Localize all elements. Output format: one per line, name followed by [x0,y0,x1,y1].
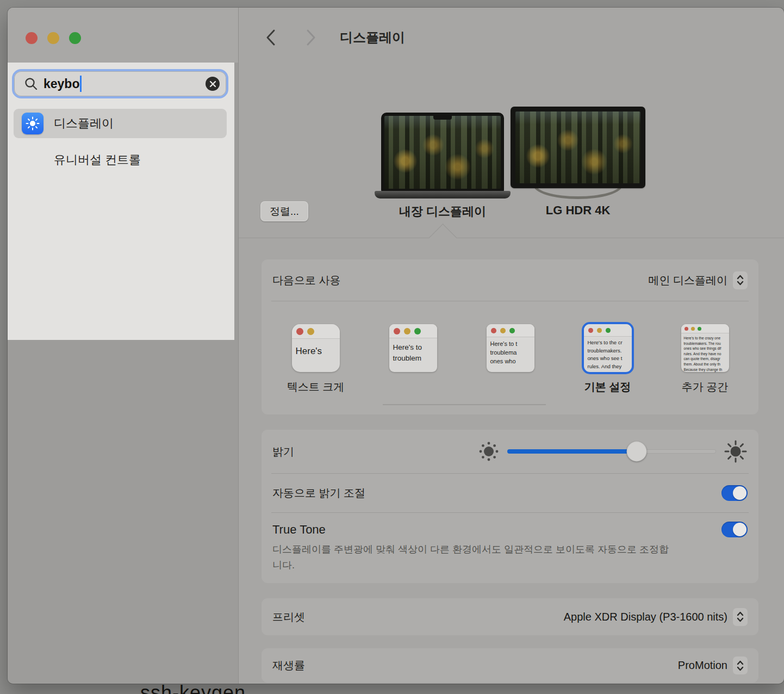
scaling-preview: Here's to the cr troublemakers. ones who… [584,324,632,372]
close-window-button[interactable] [26,32,38,44]
scaling-option-larger-text[interactable]: Here's 텍스트 크게 [267,324,364,393]
use-as-popup-button[interactable] [733,271,748,289]
mini-zoom-icon [606,328,611,333]
mini-close-icon [588,328,593,333]
external-display-label: LG HDR 4K [511,203,645,218]
external-display-preview[interactable] [511,107,645,188]
builtin-display-preview[interactable] [381,113,504,192]
toggle-knob [733,486,746,500]
selected-display-pointer [239,238,784,238]
mini-titlebar [292,324,340,339]
use-as-row: 다음으로 사용 메인 디스플레이 [262,259,758,301]
brightness-bright-icon [724,439,748,463]
scaling-preview: Here's to t troublema ones who [487,324,534,372]
search-input[interactable]: keybo [12,69,228,98]
mini-titlebar [681,324,729,333]
search-input-value: keybo [43,77,79,91]
preview-text: Here's to the crazy one troublemakers. T… [681,333,729,372]
clear-search-button[interactable] [206,77,220,91]
search-result-label: 유니버설 컨트롤 [54,152,141,168]
brightness-card: 밝기 [262,430,758,583]
mini-zoom-icon [414,328,421,334]
brightness-dim-icon [478,441,500,462]
minimize-window-button[interactable] [47,32,59,44]
wallpaper-thumbnail [384,116,501,189]
brightness-slider-fill [507,449,637,454]
refresh-rate-label: 재생률 [272,658,305,673]
zoom-window-button[interactable] [69,32,81,44]
scaling-options: Here's 텍스트 크게 Here's to troublem [262,301,758,393]
auto-brightness-toggle[interactable] [721,485,748,501]
refresh-rate-card: 재생률 ProMotion [262,648,758,683]
sidebar: keybo [8,8,238,684]
mini-zoom-icon [509,328,515,333]
auto-brightness-row: 자동으로 밝기 조절 [262,474,758,512]
arrange-displays-button[interactable]: 정렬... [260,201,308,221]
true-tone-row: True Tone 디스플레이를 주변광에 맞춰 색상이 다른 환경에서도 일관… [262,513,758,573]
true-tone-toggle[interactable] [721,522,748,537]
search-results-panel: keybo [8,63,234,340]
refresh-rate-value: ProMotion [678,659,727,672]
preset-row: 프리셋 Apple XDR Display (P3-1600 nits) [262,598,758,635]
resolution-card: 다음으로 사용 메인 디스플레이 [262,259,758,414]
mini-close-icon [491,328,496,333]
mini-close-icon [394,328,400,334]
laptop-notch [433,115,452,120]
refresh-rate-popup-button[interactable] [733,656,748,674]
mini-close-icon [296,328,303,335]
brightness-row: 밝기 [262,430,758,473]
scaling-track-line [383,404,546,405]
builtin-display-label: 내장 디스플레이 [381,203,504,220]
search-result-display[interactable]: 디스플레이 [14,109,227,138]
mini-minimize-icon [597,328,602,333]
text-caret [80,76,82,92]
mini-minimize-icon [691,327,695,331]
mini-close-icon [685,327,688,331]
refresh-rate-row: 재생률 ProMotion [262,648,758,683]
system-settings-window: keybo [8,8,784,684]
scaling-option-more-space[interactable]: Here's to the crazy one troublemakers. T… [656,324,754,393]
back-button[interactable] [262,28,280,47]
scaling-option-default[interactable]: Here's to the cr troublemakers. ones who… [559,324,656,393]
search-result-label: 디스플레이 [54,115,114,132]
brightness-label: 밝기 [272,444,294,459]
preset-label: 프리셋 [272,610,305,624]
scaling-preview: Here's [292,324,340,372]
search-result-universal-control[interactable]: 유니버설 컨트롤 [14,145,227,175]
display-settings-icon [22,113,43,134]
mini-zoom-icon [698,327,701,331]
window-controls [26,32,81,44]
scaling-option-label: 추가 공간 [682,380,729,393]
true-tone-label: True Tone [272,523,326,537]
auto-brightness-label: 자동으로 밝기 조절 [272,486,365,500]
pointer-triangle [428,224,457,252]
scaling-option-2[interactable]: Here's to troublem [364,324,462,393]
brightness-slider-knob[interactable] [627,442,647,462]
search-icon [24,77,38,91]
preset-popup-button[interactable] [733,608,748,626]
scaling-option-3[interactable]: Here's to t troublema ones who [462,324,559,393]
display-settings-pane: 디스플레이 내장 디스플레이 LG HDR 4K 정렬... 다음으로 사용 메… [238,8,784,684]
preview-text: Here's [292,339,340,358]
scaling-preview: Here's to the crazy one troublemakers. T… [681,324,729,372]
wallpaper-thumbnail [515,111,640,183]
page-title: 디스플레이 [340,29,405,46]
preset-value: Apple XDR Display (P3-1600 nits) [564,611,727,623]
preview-text: Here's to the cr troublemakers. ones who… [584,337,632,370]
mini-minimize-icon [307,328,314,335]
brightness-slider[interactable] [507,449,716,454]
mini-minimize-icon [500,328,506,333]
mini-minimize-icon [404,328,410,334]
mini-titlebar [487,324,534,337]
preset-card: 프리셋 Apple XDR Display (P3-1600 nits) [262,598,758,635]
pane-header: 디스플레이 [262,28,405,47]
forward-button[interactable] [302,28,320,47]
mini-titlebar [389,324,437,338]
preview-text: Here's to t troublema ones who [487,337,534,365]
scaling-option-label: 기본 설정 [584,380,631,393]
laptop-base [375,191,511,199]
true-tone-description: 디스플레이를 주변광에 맞춰 색상이 다른 환경에서도 일관적으로 보이도록 자… [272,542,675,573]
use-as-label: 다음으로 사용 [272,273,341,288]
scaling-option-label: 텍스트 크게 [287,380,345,393]
use-as-value: 메인 디스플레이 [648,273,727,288]
